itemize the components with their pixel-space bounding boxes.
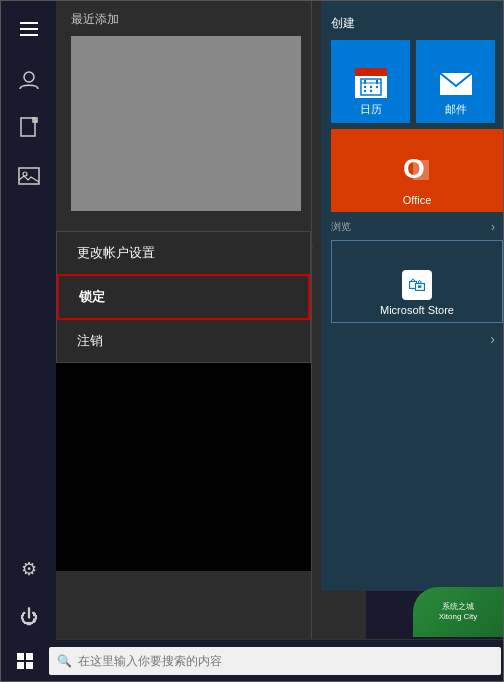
photo-nav-icon[interactable]: [1, 152, 56, 200]
nav-icons-bottom: ⚙ ⏻: [1, 545, 56, 641]
svg-rect-19: [26, 653, 33, 660]
search-input[interactable]: [78, 654, 493, 668]
watermark-line2: Xitong City: [439, 612, 478, 622]
svg-rect-8: [376, 80, 378, 84]
svg-point-9: [363, 86, 365, 88]
svg-rect-17: [413, 160, 429, 180]
svg-point-13: [369, 90, 371, 92]
svg-rect-21: [26, 662, 33, 669]
calendar-icon: [355, 68, 387, 98]
left-panel: ⚙ ⏻: [1, 1, 56, 641]
lock-item[interactable]: 锁定: [57, 274, 310, 320]
store-label: Microsoft Store: [380, 304, 454, 316]
cal-body: [355, 76, 387, 98]
svg-point-10: [369, 86, 371, 88]
mail-icon: [439, 72, 473, 98]
svg-rect-20: [17, 662, 24, 669]
office-label: Office: [403, 194, 432, 206]
svg-point-11: [375, 86, 377, 88]
svg-point-12: [363, 90, 365, 92]
browse-section-label: 浏览: [331, 220, 491, 234]
recent-image: [71, 36, 301, 211]
recent-section: 最近添加: [56, 1, 366, 221]
watermark: 系统之城 Xitong City: [413, 587, 503, 637]
store-bag-icon: 🛍: [408, 275, 426, 296]
hamburger-line3: [20, 34, 38, 36]
taskbar: 🔍: [1, 639, 504, 681]
second-chevron-icon: ›: [490, 331, 495, 347]
black-area: [56, 341, 311, 571]
chevron-icon: ›: [491, 220, 495, 234]
watermark-text: 系统之城 Xitong City: [439, 602, 478, 623]
svg-point-4: [23, 172, 27, 176]
lock-label: 锁定: [79, 289, 105, 304]
start-menu: ⚙ ⏻ 最近添加 更改帐户设置 锁定 注销 5 创建: [1, 1, 504, 641]
section-divider: 浏览 ›: [331, 220, 495, 234]
hamburger-line1: [20, 22, 38, 24]
hamburger-button[interactable]: [1, 9, 56, 49]
watermark-line1: 系统之城: [439, 602, 478, 612]
screen-border: ⚙ ⏻ 最近添加 更改帐户设置 锁定 注销 5 创建: [0, 0, 504, 682]
tiles-panel: 创建: [321, 1, 504, 591]
recent-title: 最近添加: [71, 11, 351, 28]
cal-header: [355, 68, 387, 76]
create-section-title: 创建: [331, 15, 495, 32]
calendar-tile[interactable]: 日历: [331, 40, 410, 123]
mail-tile[interactable]: 邮件: [416, 40, 495, 123]
search-icon: 🔍: [57, 654, 72, 668]
svg-rect-3: [19, 168, 39, 184]
nav-icons-top: [1, 56, 56, 200]
user-menu-popup: 更改帐户设置 锁定 注销: [56, 231, 311, 363]
svg-rect-18: [17, 653, 24, 660]
office-tile[interactable]: O Office: [331, 129, 503, 212]
svg-rect-7: [364, 80, 366, 84]
store-icon: 🛍: [402, 270, 432, 300]
second-chevron-area: ›: [331, 331, 495, 347]
svg-point-0: [24, 72, 34, 82]
settings-nav-icon[interactable]: ⚙: [1, 545, 56, 593]
calendar-label: 日历: [360, 102, 382, 117]
signout-item[interactable]: 注销: [57, 320, 310, 362]
mail-label: 邮件: [445, 102, 467, 117]
search-bar[interactable]: 🔍: [49, 647, 501, 675]
document-nav-icon[interactable]: [1, 104, 56, 152]
start-button[interactable]: [1, 640, 49, 682]
hamburger-line2: [20, 28, 38, 30]
change-account-item[interactable]: 更改帐户设置: [57, 232, 310, 274]
store-tile[interactable]: 🛍 Microsoft Store: [331, 240, 503, 323]
power-nav-icon[interactable]: ⏻: [1, 593, 56, 641]
user-nav-icon[interactable]: [1, 56, 56, 104]
office-icon: O: [399, 150, 435, 190]
calendar-mail-row: 日历 邮件: [331, 40, 495, 123]
separator-line: [311, 1, 312, 641]
